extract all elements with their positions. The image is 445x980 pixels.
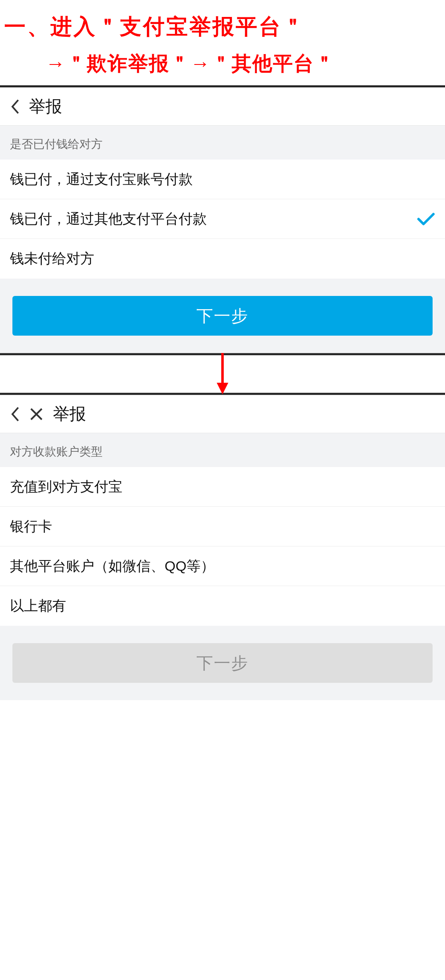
option-label: 其他平台账户（如微信、QQ等） (10, 557, 215, 576)
flow-arrow (0, 355, 445, 393)
close-icon[interactable] (29, 407, 44, 422)
titlebar: 举报 (0, 395, 445, 433)
options-list-account-type: 充值到对方支付宝 银行卡 其他平台账户（如微信、QQ等） 以上都有 (0, 467, 445, 626)
option-label: 钱未付给对方 (10, 249, 94, 268)
option-label: 钱已付，通过支付宝账号付款 (10, 170, 193, 189)
next-button[interactable]: 下一步 (12, 296, 433, 336)
page-title: 举报 (53, 403, 86, 425)
option-label: 以上都有 (10, 596, 66, 615)
checkmark-icon (417, 212, 435, 227)
button-area: 下一步 (0, 626, 445, 700)
option-all-above[interactable]: 以上都有 (0, 586, 445, 626)
svg-marker-1 (217, 383, 228, 394)
option-label: 钱已付，通过其他支付平台付款 (10, 210, 207, 229)
instruction-header: 一、进入＂支付宝举报平台＂ →＂欺诈举报＂→＂其他平台＂ (0, 0, 445, 85)
instruction-line-2: →＂欺诈举报＂→＂其他平台＂ (4, 50, 441, 77)
option-paid-other-platform[interactable]: 钱已付，通过其他支付平台付款 (0, 199, 445, 239)
option-not-paid[interactable]: 钱未付给对方 (0, 239, 445, 279)
button-area: 下一步 (0, 279, 445, 353)
instruction-line-1: 一、进入＂支付宝举报平台＂ (4, 12, 441, 41)
page-title: 举报 (29, 95, 62, 118)
option-label: 银行卡 (10, 517, 52, 536)
options-list-payment: 钱已付，通过支付宝账号付款 钱已付，通过其他支付平台付款 钱未付给对方 (0, 160, 445, 279)
screen-payment-status: 举报 是否已付钱给对方 钱已付，通过支付宝账号付款 钱已付，通过其他支付平台付款… (0, 88, 445, 353)
screen-account-type: 举报 对方收款账户类型 充值到对方支付宝 银行卡 其他平台账户（如微信、QQ等）… (0, 395, 445, 700)
option-recharge-alipay[interactable]: 充值到对方支付宝 (0, 467, 445, 507)
option-paid-alipay[interactable]: 钱已付，通过支付宝账号付款 (0, 160, 445, 199)
section-label-account-type: 对方收款账户类型 (0, 433, 445, 467)
back-icon[interactable] (10, 98, 20, 115)
option-bank-card[interactable]: 银行卡 (0, 507, 445, 546)
back-icon[interactable] (10, 406, 20, 422)
titlebar: 举报 (0, 88, 445, 126)
option-other-platform-account[interactable]: 其他平台账户（如微信、QQ等） (0, 546, 445, 586)
option-label: 充值到对方支付宝 (10, 477, 122, 496)
next-button-disabled: 下一步 (12, 643, 433, 683)
section-label-payment: 是否已付钱给对方 (0, 126, 445, 160)
